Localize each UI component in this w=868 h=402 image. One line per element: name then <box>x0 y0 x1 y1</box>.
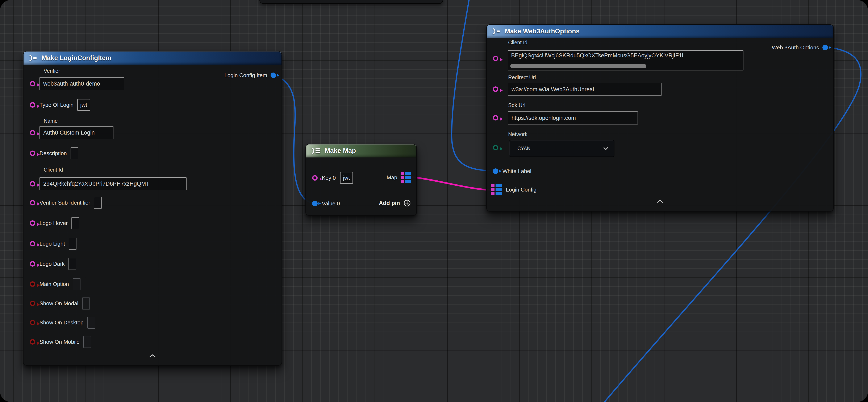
pin-row-description: Description <box>30 147 79 160</box>
output-pin-web3auth-options[interactable] <box>823 45 828 50</box>
logo-hover-field[interactable] <box>71 217 79 229</box>
pin-row-show-on-modal: Show On Modal <box>30 297 90 310</box>
pin-label: Description <box>39 150 67 156</box>
offscreen-node-fragment[interactable] <box>259 0 443 4</box>
pin-label: Main Option <box>39 281 69 287</box>
node-title: Make Web3AuthOptions <box>505 28 580 35</box>
network-dropdown[interactable]: CYAN <box>509 140 615 157</box>
collapse-node-button[interactable] <box>487 199 833 203</box>
pin-row-key0: Key 0 jwt <box>312 171 353 184</box>
pin-label: Logo Light <box>39 240 65 247</box>
node-title: Make LoginConfigItem <box>41 54 111 62</box>
logo-dark-field[interactable] <box>68 258 76 270</box>
pin-label: Map <box>386 174 397 181</box>
pin-label: Value 0 <box>322 200 340 207</box>
redirect-url-field[interactable]: w3a://com.w3a.Web3AuthUnreal <box>508 83 661 96</box>
pin-label: Web 3Auth Options <box>772 45 819 51</box>
input-pin-key0[interactable] <box>312 175 318 181</box>
input-pin-show-on-mobile[interactable] <box>30 339 35 345</box>
key0-field[interactable]: jwt <box>340 172 353 184</box>
pin-label: Verifier <box>44 68 60 74</box>
node-header[interactable]: Make LoginConfigItem <box>24 52 281 65</box>
pin-row-main-option: Main Option <box>30 278 81 291</box>
input-pin-verifier-sub-identifier[interactable] <box>30 200 35 205</box>
pin-label: Redirect Url <box>508 75 536 81</box>
pin-row-logo-dark: Logo Dark <box>30 257 76 270</box>
input-pin-white-label[interactable] <box>493 168 498 174</box>
description-field[interactable] <box>70 147 79 160</box>
input-pin-show-on-modal[interactable] <box>30 301 35 306</box>
pin-row-login-config: Login Config <box>491 183 536 196</box>
field-scrollbar[interactable] <box>510 64 646 68</box>
input-pin-logo-dark[interactable] <box>30 261 35 267</box>
network-selected-value: CYAN <box>518 146 530 151</box>
verifier-sub-identifier-field[interactable] <box>94 197 102 209</box>
input-pin-type-of-login[interactable] <box>30 102 35 108</box>
input-pin-verifier[interactable] <box>30 81 35 86</box>
pin-label: Show On Modal <box>39 300 79 307</box>
make-map-icon <box>310 147 321 154</box>
input-pin-main-option[interactable] <box>30 281 35 287</box>
main-option-checkbox[interactable] <box>73 278 81 290</box>
node-make-web3authoptions[interactable]: Make Web3AuthOptions Web 3Auth Options C… <box>486 24 834 211</box>
input-pin-value0[interactable] <box>312 201 318 206</box>
pin-label: Logo Hover <box>39 220 68 226</box>
pin-row-client-id: 294QRkchfq2YaXUbPri7D6PH7xzHgQMT <box>30 177 187 190</box>
input-pin-description[interactable] <box>30 150 35 156</box>
pin-row-show-on-mobile: Show On Mobile <box>30 335 91 348</box>
pin-label: Show On Mobile <box>39 339 80 345</box>
chevron-up-icon <box>149 354 156 358</box>
client-id-field[interactable]: 294QRkchfq2YaXUbPri7D6PH7xzHgQMT <box>39 177 187 190</box>
pin-label: Client Id <box>44 167 63 173</box>
node-header[interactable]: Make Map <box>306 144 416 157</box>
node-header[interactable]: Make Web3AuthOptions <box>487 25 833 38</box>
logo-light-field[interactable] <box>69 238 76 250</box>
type-of-login-field[interactable]: jwt <box>77 99 90 111</box>
node-make-map[interactable]: Make Map Key 0 jwt Value 0 Map Add pin <box>305 144 417 216</box>
show-on-mobile-checkbox[interactable] <box>84 336 91 348</box>
client-id-field[interactable]: BEglQSgt4cUWcj6SKRdu5QkOXTsePmMcusG5EAoy… <box>508 50 743 70</box>
pin-row-type-of-login: Type Of Login jwt <box>30 98 90 111</box>
input-pin-redirect-url[interactable] <box>493 86 498 92</box>
output-pin-row: Login Config Item <box>224 69 276 82</box>
name-field[interactable]: Auth0 Custom Login <box>39 126 114 139</box>
pin-label: Login Config Item <box>224 72 267 79</box>
pin-row-verifier: web3auth-auth0-demo <box>30 77 124 90</box>
chevron-up-icon <box>656 199 664 203</box>
input-pin-show-on-desktop[interactable] <box>30 320 35 325</box>
pin-label: Sdk Url <box>508 102 525 108</box>
add-pin-button[interactable]: Add pin <box>379 197 411 210</box>
pin-label: Show On Desktop <box>39 319 84 326</box>
input-pin-logo-light[interactable] <box>30 241 35 247</box>
graph-canvas[interactable]: Make LoginConfigItem Login Config Item V… <box>0 0 868 402</box>
show-on-desktop-checkbox[interactable] <box>87 317 95 328</box>
pin-label: Network <box>508 131 527 137</box>
input-pin-name[interactable] <box>30 130 35 135</box>
chevron-down-icon <box>603 147 609 150</box>
input-pin-client-id[interactable] <box>30 181 35 186</box>
add-pin-icon <box>403 199 411 207</box>
pin-row-logo-hover: Logo Hover <box>30 217 79 230</box>
pin-label: Name <box>44 118 58 124</box>
node-make-loginconfigitem[interactable]: Make LoginConfigItem Login Config Item V… <box>23 51 282 366</box>
pin-label: Client Id <box>508 39 527 46</box>
wire-map-to-loginconfig[interactable] <box>410 177 493 190</box>
pin-label: Type Of Login <box>39 102 73 108</box>
input-pin-network[interactable] <box>493 145 498 150</box>
input-pin-login-config[interactable] <box>491 184 502 195</box>
output-pin-map[interactable] <box>401 172 411 183</box>
pin-label: Login Config <box>506 186 536 193</box>
verifier-field[interactable]: web3auth-auth0-demo <box>39 77 124 90</box>
pin-label: White Label <box>502 168 531 174</box>
collapse-node-button[interactable] <box>24 354 281 358</box>
input-pin-sdk-url[interactable] <box>493 115 498 120</box>
pin-row-name: Auth0 Custom Login <box>30 126 114 139</box>
output-pin-login-config-item[interactable] <box>271 73 276 78</box>
show-on-modal-checkbox[interactable] <box>82 297 90 310</box>
input-pin-logo-hover[interactable] <box>30 220 35 226</box>
sdk-url-field[interactable]: https://sdk.openlogin.com <box>508 111 638 124</box>
input-pin-client-id[interactable] <box>493 56 498 61</box>
pin-label: Logo Dark <box>39 261 65 267</box>
pin-label: Key 0 <box>322 175 336 181</box>
node-title: Make Map <box>325 147 356 154</box>
